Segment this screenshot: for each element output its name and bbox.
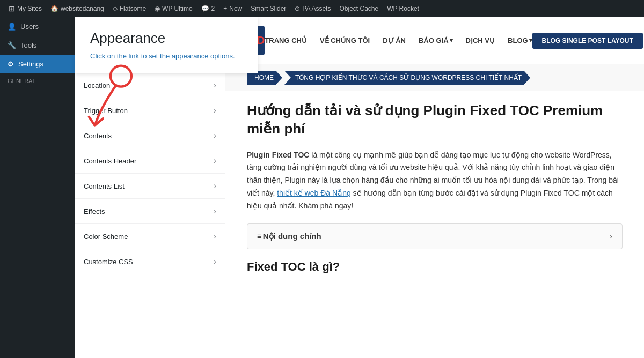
toc-chevron-icon: ›	[610, 232, 612, 241]
comments-icon: 💬	[201, 5, 209, 12]
admin-bar-my-sites[interactable]: ⊞ My Sites	[4, 0, 46, 17]
admin-bar-new[interactable]: + New	[219, 0, 246, 17]
admin-bar-wp-rocket[interactable]: WP Rocket	[383, 0, 423, 17]
settings-icon: ⚙	[8, 60, 14, 68]
nav-bao-gia[interactable]: BÁO GIÁ	[419, 36, 453, 44]
chevron-right-icon: ›	[214, 106, 216, 115]
website-preview: WD TRANG CHỦ VỀ CHÚNG TÔI DỰ ÁN BÁO GIÁ …	[225, 17, 644, 358]
customizer-menu-item-contents-header[interactable]: Contents Header ›	[75, 148, 225, 174]
customizer-menu-item-trigger-button[interactable]: Trigger Button ›	[75, 98, 225, 123]
chevron-right-icon: ›	[214, 257, 216, 266]
admin-bar-comments[interactable]: 💬 2	[197, 0, 219, 17]
flatsome-icon: ◇	[113, 5, 118, 12]
nav-du-an[interactable]: DỰ ÁN	[383, 36, 406, 44]
customizer-menu-item-contents-list[interactable]: Contents List ›	[75, 174, 225, 199]
main-layout: 👤 Users 🔧 Tools ⚙ Settings General Appea…	[0, 17, 644, 358]
admin-bar: ⊞ My Sites 🏠 websitedanang ◇ Flatsome ◉ …	[0, 0, 644, 17]
nav-ve-chung-toi[interactable]: VỀ CHÚNG TÔI	[320, 36, 370, 44]
nav-trang-chu[interactable]: TRANG CHỦ	[265, 36, 307, 44]
chevron-right-icon: ›	[214, 131, 216, 140]
admin-bar-wp-ultimo[interactable]: ◉ WP Ultimo	[150, 0, 196, 17]
breadcrumb: HOME TỔNG HỢP KIẾN THỨC VÀ CÁCH SỬ DỤNG …	[225, 64, 644, 91]
admin-bar-site-name[interactable]: 🏠 websitedanang	[46, 0, 108, 17]
customizer-menu: Location › Trigger Button › Contents › C…	[75, 73, 225, 358]
plus-icon: +	[223, 5, 227, 12]
article-title: Hướng dẫn tải và sử dụng Plugin Fixed TO…	[247, 102, 623, 138]
pa-assets-icon: ⊙	[295, 5, 300, 12]
customizer-menu-item-location[interactable]: Location ›	[75, 73, 225, 98]
customizer-menu-item-customize-css[interactable]: Customize CSS ›	[75, 249, 225, 274]
breadcrumb-category: TỔNG HỢP KIẾN THỨC VÀ CÁCH SỬ DỤNG WORDP…	[284, 71, 530, 85]
wp-sidebar: 👤 Users 🔧 Tools ⚙ Settings General	[0, 17, 75, 358]
appearance-link[interactable]: Click on the link to set the appearance …	[90, 52, 235, 60]
chevron-right-icon: ›	[214, 232, 216, 241]
nav-dich-vu[interactable]: DỊCH VỤ	[466, 36, 495, 44]
admin-bar-flatsome[interactable]: ◇ Flatsome	[108, 0, 150, 17]
customizer-menu-item-contents[interactable]: Contents ›	[75, 123, 225, 148]
home-icon: 🏠	[50, 5, 58, 12]
sidebar-section-label: General	[0, 73, 75, 88]
sidebar-item-settings[interactable]: ⚙ Settings	[0, 55, 75, 73]
article-content: Hướng dẫn tải và sử dụng Plugin Fixed TO…	[225, 91, 644, 285]
appearance-title: Appearance	[90, 30, 243, 47]
customizer-menu-item-effects[interactable]: Effects ›	[75, 199, 225, 224]
chevron-right-icon: ›	[214, 181, 216, 191]
chevron-right-icon: ›	[214, 80, 216, 90]
blog-single-post-btn[interactable]: BLOG SINGLE POST LAYOUT	[532, 33, 643, 49]
website-content: WD TRANG CHỦ VỀ CHÚNG TÔI DỰ ÁN BÁO GIÁ …	[225, 17, 644, 285]
toc-icon: ≡	[257, 232, 262, 241]
wp-logo-icon: ⊞	[9, 4, 15, 13]
chevron-right-icon: ›	[214, 156, 216, 166]
plugin-name-bold: Plugin Fixed TOC	[247, 151, 309, 159]
site-nav: WD TRANG CHỦ VỀ CHÚNG TÔI DỰ ÁN BÁO GIÁ …	[225, 17, 644, 64]
wp-ultimo-icon: ◉	[155, 5, 160, 12]
article-link[interactable]: thiết kế web Đà Nẵng	[277, 189, 351, 197]
appearance-panel: Appearance Click on the link to set the …	[75, 17, 258, 73]
article-h2: Fixed TOC là gì?	[247, 260, 623, 274]
sidebar-item-users[interactable]: 👤 Users	[0, 17, 75, 36]
admin-bar-pa-assets[interactable]: ⊙ PA Assets	[290, 0, 335, 17]
admin-bar-object-cache[interactable]: Object Cache	[335, 0, 383, 17]
toc-box[interactable]: ≡ Nội dung chính ›	[247, 223, 623, 249]
nav-links: TRANG CHỦ VỀ CHÚNG TÔI DỰ ÁN BÁO GIÁ DỊC…	[265, 36, 532, 44]
sidebar-item-tools[interactable]: 🔧 Tools	[0, 36, 75, 55]
toc-title: ≡ Nội dung chính	[257, 232, 321, 241]
admin-bar-smart-slider[interactable]: Smart Slider	[246, 0, 290, 17]
customizer-menu-item-color-scheme[interactable]: Color Scheme ›	[75, 224, 225, 249]
article-body: Plugin Fixed TOC là một công cụ mạnh mẽ …	[247, 149, 623, 213]
users-icon: 👤	[8, 23, 16, 31]
tools-icon: 🔧	[8, 41, 16, 49]
nav-blog[interactable]: BLOG	[508, 36, 532, 44]
chevron-right-icon: ›	[214, 206, 216, 216]
